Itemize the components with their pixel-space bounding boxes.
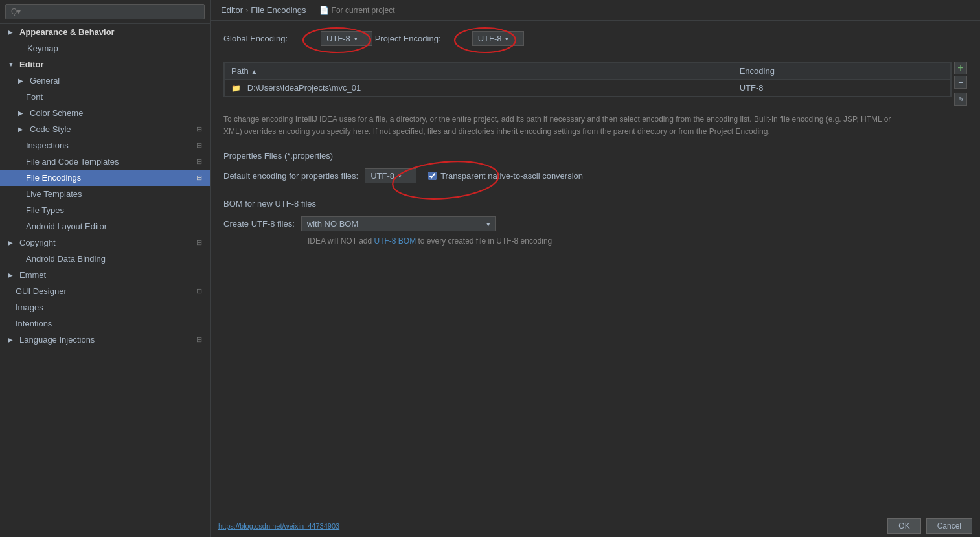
folder-icon: 📁 [231,84,241,93]
ok-button[interactable]: OK [887,518,920,534]
copy-icon: ⊞ [196,238,202,247]
sidebar-label: General [30,76,60,86]
sidebar-item-code-style[interactable]: ▶ Code Style ⊞ [0,121,210,137]
sidebar-label: Inspections [26,141,69,150]
sidebar-item-inspections[interactable]: Inspections ⊞ [0,137,210,154]
sidebar-label: Android Layout Editor [26,222,107,231]
sidebar-label: Copyright [19,238,56,247]
sidebar-label: Images [16,303,43,312]
sidebar-item-emmet[interactable]: ▶ Emmet [0,267,210,283]
remove-path-button[interactable]: − [954,76,967,89]
arrow-icon: ▶ [18,109,26,117]
arrow-icon: ▶ [8,271,16,279]
sidebar-item-android-data-binding[interactable]: Android Data Binding [0,251,210,267]
sidebar-item-gui-designer[interactable]: GUI Designer ⊞ [0,283,210,299]
caret-icon: ▾ [505,36,508,42]
sidebar-item-general[interactable]: ▶ General [0,73,210,89]
sidebar-item-appearance[interactable]: ▶ Appearance & Behavior [0,24,210,40]
search-box[interactable] [0,0,210,24]
bom-note-post: to every created file in UTF-8 encoding [416,236,552,246]
sidebar-nav: ▶ Appearance & Behavior ▶ Keymap ▼ Edito… [0,24,210,348]
sidebar-item-keymap[interactable]: ▶ Keymap [0,40,210,56]
global-encoding-value: UTF-8 [326,34,350,43]
content-area: Editor › File Encodings 📄 For current pr… [211,0,980,537]
sidebar-label: Android Data Binding [26,254,106,264]
global-encoding-label: Global Encoding: [223,34,314,43]
sidebar-label: Intentions [16,319,52,328]
arrow-icon: ▶ [18,77,26,84]
edit-path-button[interactable]: ✎ [954,93,967,106]
cancel-button[interactable]: Cancel [926,518,972,534]
global-encoding-dropdown[interactable]: UTF-8 ▾ [321,31,372,46]
sidebar-item-font[interactable]: Font [0,89,210,105]
sidebar: ▶ Appearance & Behavior ▶ Keymap ▼ Edito… [0,0,211,537]
project-encoding-dropdown[interactable]: UTF-8 ▾ [472,31,524,46]
sidebar-label: Appearance & Behavior [19,27,115,37]
sidebar-label: Keymap [27,43,58,53]
caret-icon: ▾ [354,36,358,42]
default-encoding-label: Default encoding for properties files: [223,171,358,181]
sidebar-label: Language Injections [19,335,95,345]
arrow-icon: ▶ [18,126,26,133]
bom-dropdown-wrapper: with NO BOM with BOM [301,216,496,231]
bom-note: IDEA will NOT add UTF-8 BOM to every cre… [223,236,967,246]
table-cell-path: 📁 D:\Users\IdeaProjects\mvc_01 [225,80,733,97]
sidebar-item-color-scheme[interactable]: ▶ Color Scheme [0,105,210,121]
sidebar-item-file-encodings[interactable]: File Encodings ⊞ [0,170,210,186]
sidebar-item-images[interactable]: Images [0,299,210,315]
sidebar-item-android-layout-editor[interactable]: Android Layout Editor [0,218,210,234]
bom-title: BOM for new UTF-8 files [223,199,967,209]
arrow-icon: ▼ [8,61,16,68]
transparent-checkbox-row: Transparent native-to-ascii conversion [428,171,583,181]
default-encoding-container: Default encoding for properties files: U… [223,168,583,194]
breadcrumb-project-label: For current project [332,6,395,15]
sidebar-label: Live Templates [26,189,82,199]
sort-icon [251,66,257,76]
col-encoding: Encoding [733,63,950,80]
bottom-url-link[interactable]: https://blog.csdn.net/weixin_44734903 [218,522,339,530]
copy-icon: ⊞ [196,287,202,295]
breadcrumb-parent: Editor [221,5,243,15]
sidebar-item-copyright[interactable]: ▶ Copyright ⊞ [0,234,210,251]
bom-note-pre: IDEA will NOT add [308,236,374,246]
sidebar-item-live-templates[interactable]: Live Templates [0,186,210,202]
content-body: Global Encoding: UTF-8 ▾ Project Encodin… [211,21,980,514]
breadcrumb-current: File Encodings [251,5,306,15]
search-input[interactable] [5,4,205,19]
default-encoding-dropdown[interactable]: UTF-8 ▾ [365,168,416,183]
sidebar-item-file-types[interactable]: File Types [0,202,210,218]
transparent-label: Transparent native-to-ascii conversion [440,171,583,181]
bottom-bar: https://blog.csdn.net/weixin_44734903 OK… [211,514,980,537]
hint-text: To change encoding IntelliJ IDEA uses fo… [223,113,904,138]
arrow-icon: ▶ [8,29,16,36]
sidebar-item-editor[interactable]: ▼ Editor [0,56,210,73]
bom-note-link[interactable]: UTF-8 BOM [374,236,416,246]
arrow-icon: ▶ [8,336,16,343]
sidebar-label: Code Style [30,124,71,134]
sidebar-item-language-injections[interactable]: ▶ Language Injections ⊞ [0,332,210,348]
copy-icon: ⊞ [196,336,202,344]
path-value: D:\Users\IdeaProjects\mvc_01 [247,83,361,93]
global-encoding-row: Global Encoding: UTF-8 ▾ [223,31,372,52]
path-table-container: Path Encoding 📁 D:\Users\IdeaProjects\ [223,62,967,106]
sidebar-label: File Encodings [26,173,81,183]
properties-section-title: Properties Files (*.properties) [223,151,967,161]
sidebar-label: Editor [19,60,44,69]
copy-icon: ⊞ [196,157,202,166]
table-row[interactable]: 📁 D:\Users\IdeaProjects\mvc_01 UTF-8 [225,80,951,97]
sidebar-label: GUI Designer [16,286,67,296]
transparent-checkbox[interactable] [428,172,437,180]
add-path-button[interactable]: + [954,62,967,74]
copy-icon: ⊞ [196,141,202,150]
breadcrumb: Editor › File Encodings 📄 For current pr… [211,0,980,21]
caret-icon: ▾ [398,173,402,179]
sidebar-item-intentions[interactable]: Intentions [0,315,210,332]
sidebar-item-file-code-templates[interactable]: File and Code Templates ⊞ [0,154,210,170]
sidebar-label: Font [26,92,43,102]
bom-dropdown[interactable]: with NO BOM with BOM [301,216,496,231]
col-path: Path [225,63,733,80]
table-action-buttons: + − ✎ [954,62,967,106]
project-encoding-row: Project Encoding: UTF-8 ▾ [375,31,524,52]
project-encoding-value: UTF-8 [478,34,502,43]
breadcrumb-sep: › [245,5,248,15]
